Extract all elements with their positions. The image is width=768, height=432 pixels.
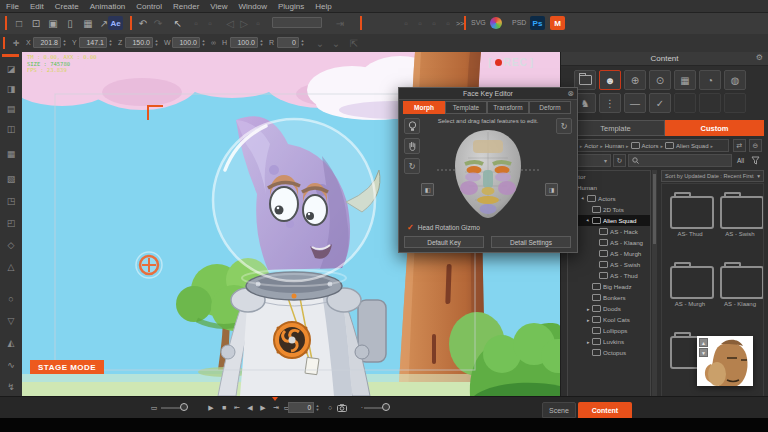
tool-icon[interactable]: ▦ <box>0 145 22 163</box>
preview-down-icon[interactable]: ▼ <box>699 348 708 357</box>
flip-horizontal-icon[interactable]: ⌄ <box>312 36 328 51</box>
pan-hand-icon[interactable] <box>404 138 420 154</box>
category-body-icon[interactable]: ⊕ <box>624 70 646 90</box>
tool-icon[interactable]: ▤ <box>0 100 22 118</box>
x-spinner[interactable]: ▲▼ <box>61 37 68 48</box>
folder-label[interactable]: AS - Klaang <box>715 301 764 307</box>
w-field[interactable]: 100.0 <box>172 37 200 48</box>
tree-item-selected[interactable]: ▸Alien Squad <box>568 215 650 226</box>
psd-label[interactable]: PSD <box>512 19 526 26</box>
search-scope-all[interactable]: All <box>737 157 744 164</box>
tree-item[interactable]: 2D Tots <box>568 204 650 215</box>
tool-icon[interactable]: ◳ <box>0 192 22 210</box>
category-motion-icon[interactable]: ⊙ <box>649 70 671 90</box>
tree-item[interactable]: AS - Thud <box>568 270 650 281</box>
tree-item[interactable]: ▸Luvkins <box>568 336 650 347</box>
face-morph-head-preview[interactable] <box>435 128 541 220</box>
new-project-icon[interactable]: □ <box>11 16 27 31</box>
stop-button[interactable]: ■ <box>218 401 230 414</box>
image-icon[interactable]: ▦ <box>80 16 96 31</box>
tab-morph[interactable]: Morph <box>403 101 445 114</box>
face-key-editor-dialog[interactable]: Face Key Editor ⊗ Morph Template Transfo… <box>398 87 578 253</box>
tab-scene[interactable]: Scene <box>542 402 576 418</box>
record-button[interactable]: ○ <box>324 401 336 414</box>
menu-view[interactable]: View <box>210 2 227 11</box>
photoshop-badge[interactable]: Ps <box>530 16 545 30</box>
previous-frame-button[interactable]: ◀ <box>244 401 256 414</box>
detail-settings-button[interactable]: Detail Settings <box>491 236 571 248</box>
tree-item[interactable]: Lollipops <box>568 325 650 336</box>
y-field[interactable]: 147.1 <box>79 37 107 48</box>
folder-item[interactable] <box>670 266 714 299</box>
z-spinner[interactable]: ▲▼ <box>153 37 160 48</box>
tool-icon[interactable]: ∿ <box>0 356 22 374</box>
y-spinner[interactable]: ▲▼ <box>107 37 114 48</box>
r-spinner[interactable]: ▲▼ <box>299 37 306 48</box>
head-rotation-gizmo-checkbox[interactable]: ✓ Head Rotation Gizmo <box>407 223 480 232</box>
tool-icon[interactable]: ○ <box>0 290 22 308</box>
folder-item[interactable] <box>670 196 714 229</box>
select-cursor-icon[interactable]: ↖ <box>170 16 186 31</box>
light-bulb-icon[interactable] <box>404 118 420 134</box>
category-spine-icon[interactable]: ⋮ <box>599 93 621 113</box>
tool-icon[interactable]: ◫ <box>0 120 22 138</box>
r-field[interactable]: 0 <box>277 37 299 48</box>
tab-template[interactable]: Template <box>445 101 487 114</box>
panel-title[interactable]: Content <box>561 52 768 66</box>
menu-file[interactable]: File <box>6 2 19 11</box>
tree-item[interactable]: AS - Murgh <box>568 248 650 259</box>
tree-item[interactable]: ▸Kool Cats <box>568 314 650 325</box>
collapse-icon[interactable]: ⊖ <box>749 139 762 152</box>
after-effects-badge[interactable]: Ae <box>108 16 123 30</box>
tree-item[interactable]: Octopus <box>568 347 650 358</box>
category-actor-icon[interactable]: ☻ <box>599 70 621 90</box>
tree-item[interactable]: Big Headz <box>568 281 650 292</box>
category-accessory-icon[interactable]: — <box>624 93 646 113</box>
reset-icon[interactable]: ↻ <box>556 118 572 134</box>
tree-item[interactable]: ▸Doods <box>568 303 650 314</box>
tab-template[interactable]: Template <box>566 120 665 136</box>
tool-icon[interactable]: ◭ <box>0 334 22 352</box>
tool-icon[interactable]: ◨ <box>0 80 22 98</box>
folder-label[interactable]: AS- Thud <box>665 231 715 237</box>
menu-window[interactable]: Window <box>239 2 267 11</box>
speed-slider-knob[interactable] <box>382 403 390 411</box>
tree-item[interactable]: Human <box>568 182 650 193</box>
tree-scrollbar[interactable] <box>652 170 657 400</box>
tab-deform[interactable]: Deform <box>529 101 571 114</box>
playhead-marker[interactable] <box>272 397 278 401</box>
menu-plugins[interactable]: Plugins <box>278 2 304 11</box>
search-input[interactable] <box>628 154 732 167</box>
motion-badge[interactable]: M <box>550 16 565 30</box>
tree-item[interactable]: AS - Klaang <box>568 237 650 248</box>
filter-funnel-icon[interactable] <box>751 156 760 165</box>
delete-icon[interactable]: ▯ <box>62 16 78 31</box>
tool-icon[interactable]: △ <box>0 258 22 276</box>
category-prop-icon[interactable]: ◔ <box>699 70 721 90</box>
menu-render[interactable]: Render <box>173 2 199 11</box>
open-project-icon[interactable]: ⊡ <box>28 16 44 31</box>
move-tool-icon[interactable]: ✛ <box>8 36 24 51</box>
rotate-view-icon[interactable]: ↻ <box>404 158 420 174</box>
reset-transform-icon[interactable]: ⇱ <box>346 36 362 51</box>
color-wheel-icon[interactable] <box>490 17 502 29</box>
category-wand-icon[interactable]: ✓ <box>649 93 671 113</box>
redo-icon[interactable]: ↷ <box>150 16 166 31</box>
tool-icon[interactable]: ◰ <box>0 214 22 232</box>
camera-icon[interactable] <box>336 401 348 414</box>
default-key-button[interactable]: Default Key <box>404 236 484 248</box>
tree-item[interactable]: AS - Hack <box>568 226 650 237</box>
link-icon[interactable]: ⇄ <box>733 139 746 152</box>
h-spinner[interactable]: ▲▼ <box>258 37 265 48</box>
sync-icon[interactable]: ↻ <box>613 154 626 167</box>
folder-item[interactable] <box>720 266 764 299</box>
tab-custom[interactable]: Custom <box>665 120 764 136</box>
folder-item[interactable] <box>720 196 764 229</box>
play-button[interactable]: ▶ <box>205 401 217 414</box>
tool-icon[interactable]: ▧ <box>0 170 22 188</box>
face-side-left-icon[interactable]: ◧ <box>421 183 434 196</box>
face-side-right-icon[interactable]: ◨ <box>545 183 558 196</box>
close-icon[interactable]: ⊗ <box>567 89 574 98</box>
menu-animation[interactable]: Animation <box>90 2 126 11</box>
folder-label[interactable]: AS - Swish <box>715 231 764 237</box>
